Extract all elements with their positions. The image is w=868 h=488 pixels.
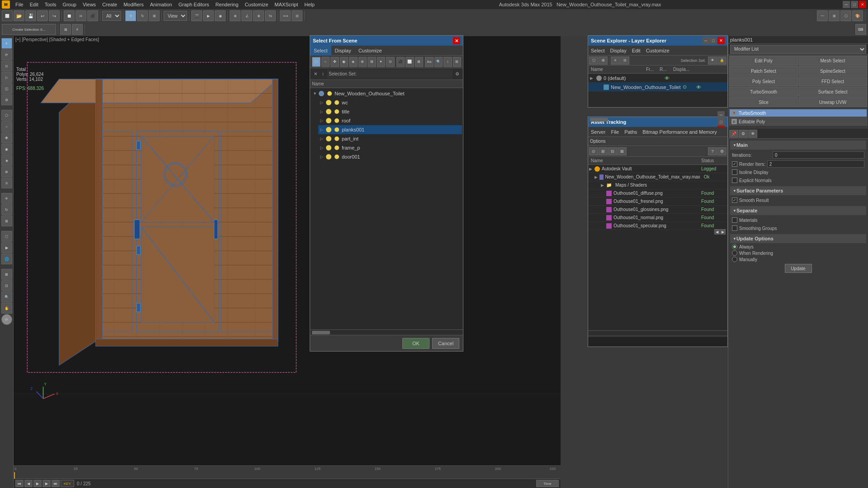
redo-btn[interactable]: ↪ <box>49 10 60 21</box>
sel-shapes-btn[interactable]: ○ <box>321 57 330 67</box>
isoline-checkbox[interactable] <box>732 169 737 175</box>
tree-item-door001[interactable]: ▷ door001 <box>318 152 462 161</box>
sel-filter-btn[interactable]: ⊠ <box>60 24 71 35</box>
menu-animation[interactable]: Animation <box>147 0 175 9</box>
play-btn[interactable]: ▶ <box>33 480 42 487</box>
render-btn[interactable]: ▶ <box>203 10 214 21</box>
tree-item-title[interactable]: ▷ title <box>318 107 462 116</box>
search-options-btn[interactable]: ⚙ <box>453 71 461 76</box>
se-menu-display[interactable]: Display <box>608 46 629 56</box>
time-config-btn[interactable]: Time <box>536 480 559 487</box>
next-frame-btn[interactable]: ▶ <box>42 480 51 487</box>
find-btn[interactable]: 🔍 <box>434 57 443 67</box>
isoline-row[interactable]: Isoline Display <box>730 168 866 176</box>
select-object-btn[interactable]: 🔲 <box>64 10 75 21</box>
save-btn[interactable]: 💾 <box>25 10 36 21</box>
viewport-3d[interactable]: [+] [Perspective] [Shaded + Edged Faces]… <box>14 36 561 465</box>
env-btn[interactable]: 🌐 <box>1 253 12 264</box>
create-panel-btn[interactable]: ✦ <box>1 38 12 49</box>
tree-item-roof[interactable]: ▷ roof <box>318 116 462 125</box>
menu-file[interactable]: File <box>13 0 26 9</box>
se-tb-btn4[interactable]: ⊟ <box>620 56 629 65</box>
se-row-outhouse[interactable]: New_Wooden_Outhouse_Toilet ⊙ 👁 <box>588 83 727 92</box>
mat-editor-btn[interactable]: ⬡ <box>840 10 851 21</box>
smoothing-groups-row[interactable]: Smoothing Groups <box>730 224 866 232</box>
at-tb-btn2[interactable]: ⊞ <box>599 147 608 155</box>
sel-lights-btn[interactable]: ✤ <box>330 57 339 67</box>
hierarchy-panel-btn[interactable]: ⊙ <box>1 61 12 71</box>
se-close-btn[interactable]: ✕ <box>717 37 725 44</box>
always-radio[interactable] <box>732 244 737 249</box>
at-row-maxfile[interactable]: ▶ New_Wooden_Outhouse_Toilet_max_vray.ma… <box>588 173 727 181</box>
separate-section-header[interactable]: Separate <box>730 206 866 215</box>
se-tb-btn1[interactable]: ⬡ <box>589 56 598 65</box>
explicit-normals-row[interactable]: Explicit Normals <box>730 176 866 184</box>
at-row-glossines[interactable]: Outhouse01_glossines.png Found <box>588 206 727 214</box>
spline-select-btn[interactable]: SpiineSelect <box>798 66 867 76</box>
modify-panel-btn[interactable]: ⟳ <box>1 49 12 60</box>
at-row-fresnel[interactable]: Outhouse01_fresnel.png Found <box>588 197 727 206</box>
menu-help[interactable]: Help <box>302 0 317 9</box>
slice-btn[interactable]: Slice <box>729 97 798 107</box>
when-rendering-radio-item[interactable]: When Rendering <box>732 250 864 256</box>
render-iters-checkbox[interactable] <box>732 161 737 167</box>
render-iters-row[interactable]: Render Iters: <box>730 160 866 168</box>
se-eye-btn[interactable]: 👁 <box>708 56 717 65</box>
pin-btn[interactable]: 📌 <box>729 130 738 138</box>
menu-rendering[interactable]: Rendering <box>213 0 241 9</box>
tree-root[interactable]: ▼ New_Wooden_Outhouse_Toilet <box>311 89 462 98</box>
always-radio-item[interactable]: Always <box>732 244 864 249</box>
material-editor-left-btn[interactable]: ⬡ <box>1 231 12 242</box>
filter-dropdown[interactable]: All <box>102 11 121 21</box>
snaps-toggle[interactable]: ⊕ <box>230 10 241 21</box>
key-mode-btn[interactable]: KEY <box>61 480 74 487</box>
tree-item-planks001[interactable]: ▷ planks001 <box>318 125 462 134</box>
manually-radio-item[interactable]: Manually <box>732 257 864 262</box>
keyboard-shortcut-btn[interactable]: ⌨ <box>855 24 866 35</box>
update-btn[interactable]: Update <box>785 264 812 273</box>
search-x-btn[interactable]: ✕ <box>312 71 319 76</box>
se-maximize-btn[interactable]: □ <box>710 37 717 44</box>
at-path-input[interactable] <box>588 337 727 346</box>
utility-panel-btn[interactable]: ⚙ <box>1 94 12 105</box>
stack-turbos[interactable]: T TurboSmooth <box>729 109 867 117</box>
minimize-btn[interactable]: ─ <box>843 1 850 8</box>
zoom-extents-all-btn[interactable]: ⊡ <box>1 280 12 291</box>
materials-checkbox[interactable] <box>732 217 737 223</box>
sel-helpers-btn[interactable]: ◈ <box>349 57 358 67</box>
sel-cameras-btn[interactable]: ◉ <box>340 57 349 67</box>
manually-radio[interactable] <box>732 257 737 262</box>
cancel-btn[interactable]: Cancel <box>432 338 459 349</box>
goto-start-btn[interactable]: ⏮ <box>15 480 24 487</box>
turbo-smooth-btn[interactable]: TurboSmooth <box>729 87 798 97</box>
at-tb-btn3[interactable]: ⊟ <box>608 147 617 155</box>
menu-customize[interactable]: Customize <box>242 0 271 9</box>
select-rotate-btn[interactable]: ↻ <box>1 204 12 215</box>
case-sensitive-btn[interactable]: Aa <box>425 57 434 67</box>
curve-editor-btn[interactable]: 〰 <box>817 10 828 21</box>
sel-groups-btn[interactable]: ⊞ <box>368 57 376 67</box>
at-row-normal[interactable]: Outhouse01_normal.png Found <box>588 214 727 222</box>
tree-item-frame-p[interactable]: ▷ frame_p <box>318 143 462 152</box>
edit-poly-btn[interactable]: Edit Poly <box>729 56 798 66</box>
align-btn[interactable]: ⊟ <box>292 10 302 21</box>
view-dropdown[interactable]: View <box>164 11 187 21</box>
smooth-result-checkbox[interactable] <box>732 197 737 203</box>
spinner-snap-btn[interactable]: ⊗ <box>253 10 264 21</box>
zoom-btn[interactable]: 🔍 <box>1 291 12 302</box>
rotate-btn[interactable]: ↻ <box>137 10 148 21</box>
at-menu-bitmap[interactable]: Bitmap Performance and Memory <box>640 127 719 137</box>
display-panel-btn[interactable]: ◫ <box>1 83 12 94</box>
dialog-close-btn[interactable]: ✕ <box>453 37 460 44</box>
se-minimize-btn[interactable]: ─ <box>702 37 709 44</box>
sel-none-btn[interactable]: ⬜ <box>406 57 414 67</box>
timeline-track[interactable]: 0 25 50 75 100 125 150 175 200 225 <box>14 466 561 479</box>
smoothing-groups-checkbox[interactable] <box>732 225 737 231</box>
geometry-btn[interactable]: ⬡ <box>1 110 12 121</box>
se-lock-btn[interactable]: 🔒 <box>717 56 726 65</box>
poly-select-btn[interactable]: Poly Select <box>729 76 798 86</box>
dialog-hscrollbar[interactable] <box>310 329 463 335</box>
menu-graph-editors[interactable]: Graph Editors <box>176 0 212 9</box>
se-tb-btn3[interactable]: ≡ <box>611 56 620 65</box>
at-row-diffuse[interactable]: Outhouse01_diffuse.png Found <box>588 189 727 197</box>
